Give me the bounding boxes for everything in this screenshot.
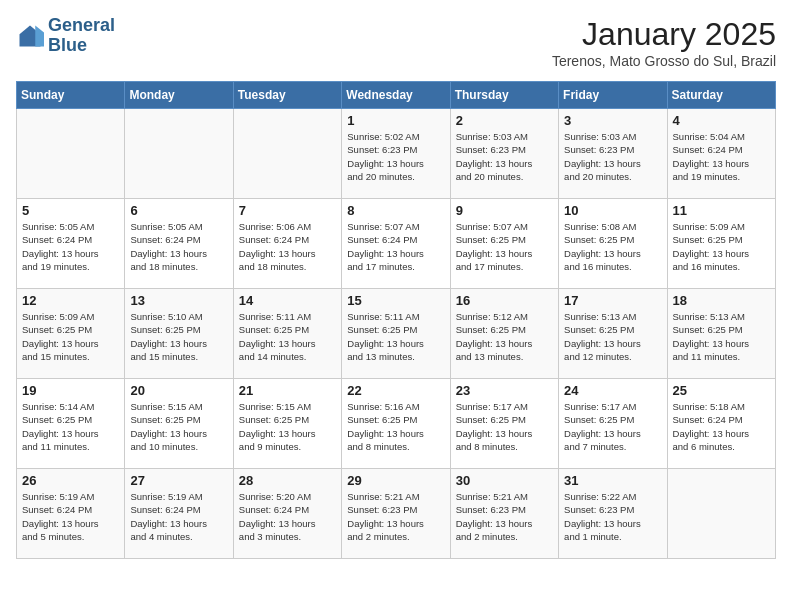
day-number: 28	[239, 473, 336, 488]
day-number: 18	[673, 293, 770, 308]
day-number: 1	[347, 113, 444, 128]
day-number: 9	[456, 203, 553, 218]
day-number: 3	[564, 113, 661, 128]
calendar-cell: 21Sunrise: 5:15 AM Sunset: 6:25 PM Dayli…	[233, 379, 341, 469]
day-number: 17	[564, 293, 661, 308]
day-info: Sunrise: 5:12 AM Sunset: 6:25 PM Dayligh…	[456, 310, 553, 363]
day-number: 24	[564, 383, 661, 398]
logo-text: General Blue	[48, 16, 115, 56]
calendar-cell: 1Sunrise: 5:02 AM Sunset: 6:23 PM Daylig…	[342, 109, 450, 199]
day-number: 19	[22, 383, 119, 398]
logo-icon	[16, 22, 44, 50]
day-info: Sunrise: 5:15 AM Sunset: 6:25 PM Dayligh…	[239, 400, 336, 453]
day-number: 6	[130, 203, 227, 218]
day-info: Sunrise: 5:17 AM Sunset: 6:25 PM Dayligh…	[456, 400, 553, 453]
calendar-cell: 31Sunrise: 5:22 AM Sunset: 6:23 PM Dayli…	[559, 469, 667, 559]
day-number: 25	[673, 383, 770, 398]
calendar-week-1: 1Sunrise: 5:02 AM Sunset: 6:23 PM Daylig…	[17, 109, 776, 199]
day-info: Sunrise: 5:09 AM Sunset: 6:25 PM Dayligh…	[22, 310, 119, 363]
day-number: 5	[22, 203, 119, 218]
day-info: Sunrise: 5:16 AM Sunset: 6:25 PM Dayligh…	[347, 400, 444, 453]
day-info: Sunrise: 5:05 AM Sunset: 6:24 PM Dayligh…	[22, 220, 119, 273]
day-number: 23	[456, 383, 553, 398]
month-title: January 2025	[552, 16, 776, 53]
location-subtitle: Terenos, Mato Grosso do Sul, Brazil	[552, 53, 776, 69]
day-info: Sunrise: 5:02 AM Sunset: 6:23 PM Dayligh…	[347, 130, 444, 183]
day-info: Sunrise: 5:15 AM Sunset: 6:25 PM Dayligh…	[130, 400, 227, 453]
day-info: Sunrise: 5:10 AM Sunset: 6:25 PM Dayligh…	[130, 310, 227, 363]
calendar-cell: 15Sunrise: 5:11 AM Sunset: 6:25 PM Dayli…	[342, 289, 450, 379]
calendar-cell: 22Sunrise: 5:16 AM Sunset: 6:25 PM Dayli…	[342, 379, 450, 469]
day-info: Sunrise: 5:14 AM Sunset: 6:25 PM Dayligh…	[22, 400, 119, 453]
day-number: 14	[239, 293, 336, 308]
day-number: 10	[564, 203, 661, 218]
day-info: Sunrise: 5:11 AM Sunset: 6:25 PM Dayligh…	[239, 310, 336, 363]
calendar-cell: 11Sunrise: 5:09 AM Sunset: 6:25 PM Dayli…	[667, 199, 775, 289]
day-number: 2	[456, 113, 553, 128]
weekday-header-monday: Monday	[125, 82, 233, 109]
day-info: Sunrise: 5:03 AM Sunset: 6:23 PM Dayligh…	[564, 130, 661, 183]
calendar-cell: 4Sunrise: 5:04 AM Sunset: 6:24 PM Daylig…	[667, 109, 775, 199]
weekday-header-row: SundayMondayTuesdayWednesdayThursdayFrid…	[17, 82, 776, 109]
day-number: 7	[239, 203, 336, 218]
day-number: 26	[22, 473, 119, 488]
calendar-week-5: 26Sunrise: 5:19 AM Sunset: 6:24 PM Dayli…	[17, 469, 776, 559]
calendar-week-2: 5Sunrise: 5:05 AM Sunset: 6:24 PM Daylig…	[17, 199, 776, 289]
calendar-cell: 23Sunrise: 5:17 AM Sunset: 6:25 PM Dayli…	[450, 379, 558, 469]
calendar-cell: 27Sunrise: 5:19 AM Sunset: 6:24 PM Dayli…	[125, 469, 233, 559]
calendar-cell: 29Sunrise: 5:21 AM Sunset: 6:23 PM Dayli…	[342, 469, 450, 559]
calendar-cell: 26Sunrise: 5:19 AM Sunset: 6:24 PM Dayli…	[17, 469, 125, 559]
calendar-cell: 19Sunrise: 5:14 AM Sunset: 6:25 PM Dayli…	[17, 379, 125, 469]
logo: General Blue	[16, 16, 115, 56]
calendar-cell: 10Sunrise: 5:08 AM Sunset: 6:25 PM Dayli…	[559, 199, 667, 289]
day-number: 20	[130, 383, 227, 398]
weekday-header-saturday: Saturday	[667, 82, 775, 109]
title-block: January 2025 Terenos, Mato Grosso do Sul…	[552, 16, 776, 69]
day-info: Sunrise: 5:08 AM Sunset: 6:25 PM Dayligh…	[564, 220, 661, 273]
calendar-cell	[667, 469, 775, 559]
day-info: Sunrise: 5:09 AM Sunset: 6:25 PM Dayligh…	[673, 220, 770, 273]
calendar-cell: 8Sunrise: 5:07 AM Sunset: 6:24 PM Daylig…	[342, 199, 450, 289]
day-number: 13	[130, 293, 227, 308]
day-info: Sunrise: 5:21 AM Sunset: 6:23 PM Dayligh…	[347, 490, 444, 543]
day-info: Sunrise: 5:19 AM Sunset: 6:24 PM Dayligh…	[130, 490, 227, 543]
day-number: 12	[22, 293, 119, 308]
calendar-cell: 2Sunrise: 5:03 AM Sunset: 6:23 PM Daylig…	[450, 109, 558, 199]
day-info: Sunrise: 5:19 AM Sunset: 6:24 PM Dayligh…	[22, 490, 119, 543]
calendar-week-4: 19Sunrise: 5:14 AM Sunset: 6:25 PM Dayli…	[17, 379, 776, 469]
day-info: Sunrise: 5:13 AM Sunset: 6:25 PM Dayligh…	[673, 310, 770, 363]
day-number: 31	[564, 473, 661, 488]
calendar-cell: 16Sunrise: 5:12 AM Sunset: 6:25 PM Dayli…	[450, 289, 558, 379]
day-number: 4	[673, 113, 770, 128]
calendar-cell: 12Sunrise: 5:09 AM Sunset: 6:25 PM Dayli…	[17, 289, 125, 379]
calendar-cell: 6Sunrise: 5:05 AM Sunset: 6:24 PM Daylig…	[125, 199, 233, 289]
calendar-cell: 9Sunrise: 5:07 AM Sunset: 6:25 PM Daylig…	[450, 199, 558, 289]
calendar-cell: 30Sunrise: 5:21 AM Sunset: 6:23 PM Dayli…	[450, 469, 558, 559]
calendar-cell: 7Sunrise: 5:06 AM Sunset: 6:24 PM Daylig…	[233, 199, 341, 289]
day-number: 16	[456, 293, 553, 308]
page-header: General Blue January 2025 Terenos, Mato …	[16, 16, 776, 69]
day-number: 21	[239, 383, 336, 398]
day-number: 8	[347, 203, 444, 218]
day-info: Sunrise: 5:05 AM Sunset: 6:24 PM Dayligh…	[130, 220, 227, 273]
weekday-header-thursday: Thursday	[450, 82, 558, 109]
day-number: 15	[347, 293, 444, 308]
day-number: 27	[130, 473, 227, 488]
weekday-header-wednesday: Wednesday	[342, 82, 450, 109]
day-info: Sunrise: 5:07 AM Sunset: 6:24 PM Dayligh…	[347, 220, 444, 273]
calendar-cell	[125, 109, 233, 199]
day-number: 30	[456, 473, 553, 488]
calendar-cell	[233, 109, 341, 199]
weekday-header-friday: Friday	[559, 82, 667, 109]
day-info: Sunrise: 5:20 AM Sunset: 6:24 PM Dayligh…	[239, 490, 336, 543]
day-info: Sunrise: 5:21 AM Sunset: 6:23 PM Dayligh…	[456, 490, 553, 543]
calendar-week-3: 12Sunrise: 5:09 AM Sunset: 6:25 PM Dayli…	[17, 289, 776, 379]
calendar-cell: 13Sunrise: 5:10 AM Sunset: 6:25 PM Dayli…	[125, 289, 233, 379]
calendar-cell: 17Sunrise: 5:13 AM Sunset: 6:25 PM Dayli…	[559, 289, 667, 379]
day-info: Sunrise: 5:18 AM Sunset: 6:24 PM Dayligh…	[673, 400, 770, 453]
day-info: Sunrise: 5:13 AM Sunset: 6:25 PM Dayligh…	[564, 310, 661, 363]
calendar-cell: 14Sunrise: 5:11 AM Sunset: 6:25 PM Dayli…	[233, 289, 341, 379]
calendar-cell: 28Sunrise: 5:20 AM Sunset: 6:24 PM Dayli…	[233, 469, 341, 559]
day-info: Sunrise: 5:03 AM Sunset: 6:23 PM Dayligh…	[456, 130, 553, 183]
calendar-cell: 18Sunrise: 5:13 AM Sunset: 6:25 PM Dayli…	[667, 289, 775, 379]
